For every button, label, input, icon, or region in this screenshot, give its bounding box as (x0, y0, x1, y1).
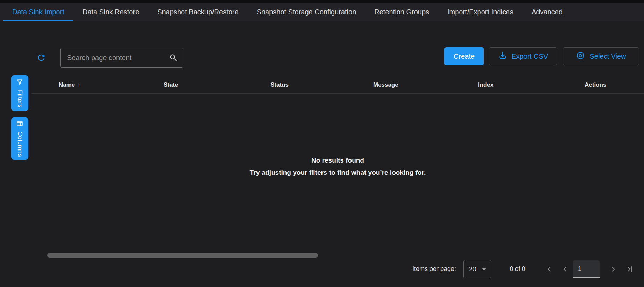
empty-state: No results found Try adjusting your filt… (31, 157, 644, 177)
column-header-message[interactable]: Message (373, 81, 478, 88)
column-header-index[interactable]: Index (478, 81, 585, 88)
chevron-left-icon (561, 269, 569, 274)
horizontal-scrollbar-thumb[interactable] (47, 253, 318, 258)
triangle-down-icon (482, 268, 486, 271)
chevron-right-icon (609, 269, 617, 274)
filters-button-label: Filters (16, 90, 23, 108)
pagination-range-label: 0 of 0 (498, 265, 537, 273)
tab-data-sink-import[interactable]: Data Sink Import (3, 3, 73, 21)
create-button[interactable]: Create (444, 47, 484, 65)
filter-icon (16, 78, 23, 87)
page-number-field (573, 260, 600, 278)
tab-retention-groups[interactable]: Retention Groups (365, 3, 438, 21)
tab-snapshot-storage-configuration[interactable]: Snapshot Storage Configuration (248, 3, 366, 21)
empty-state-title: No results found (31, 157, 644, 164)
select-view-button[interactable]: Select View (563, 47, 639, 65)
select-view-label: Select View (589, 52, 626, 60)
columns-button-label: Columns (16, 131, 23, 157)
refresh-button[interactable] (36, 53, 46, 63)
search-box (60, 48, 183, 68)
tab-advanced[interactable]: Advanced (522, 3, 572, 21)
items-per-page-label: Items per page: (412, 265, 456, 273)
export-csv-label: Export CSV (512, 52, 548, 60)
empty-state-subtitle: Try adjusting your filters to find what … (31, 169, 644, 177)
items-per-page-value: 20 (464, 265, 482, 273)
column-header-name[interactable]: Name ↑ (59, 81, 164, 88)
tab-data-sink-restore[interactable]: Data Sink Restore (73, 3, 148, 21)
eye-icon (576, 51, 585, 62)
first-page-button[interactable] (544, 264, 553, 274)
tab-bar: Data Sink Import Data Sink Restore Snaps… (0, 3, 644, 21)
search-input[interactable] (61, 54, 183, 62)
filters-panel-button[interactable]: Filters (11, 75, 28, 111)
columns-icon (16, 120, 23, 128)
window-top-strip (0, 0, 644, 3)
column-header-status[interactable]: Status (270, 81, 373, 88)
column-header-state[interactable]: State (164, 81, 270, 88)
last-page-button[interactable] (625, 264, 635, 274)
last-page-icon (625, 269, 634, 274)
refresh-icon (36, 58, 46, 64)
previous-page-button[interactable] (560, 264, 570, 274)
search-icon (169, 53, 178, 63)
create-button-label: Create (454, 52, 475, 60)
download-icon (498, 51, 507, 62)
items-per-page-select[interactable]: 20 (463, 260, 491, 278)
export-csv-button[interactable]: Export CSV (489, 47, 557, 65)
column-header-actions: Actions (585, 81, 644, 88)
columns-panel-button[interactable]: Columns (11, 117, 28, 160)
tab-snapshot-backup-restore[interactable]: Snapshot Backup/Restore (148, 3, 247, 21)
sort-ascending-icon: ↑ (77, 81, 80, 88)
first-page-icon (544, 269, 553, 274)
tab-import-export-indices[interactable]: Import/Export Indices (438, 3, 522, 21)
page-number-input[interactable] (573, 260, 600, 277)
next-page-button[interactable] (608, 264, 618, 274)
column-header-name-label: Name (59, 81, 75, 88)
table-header-row: Name ↑ State Status Message Index Action… (31, 76, 644, 94)
